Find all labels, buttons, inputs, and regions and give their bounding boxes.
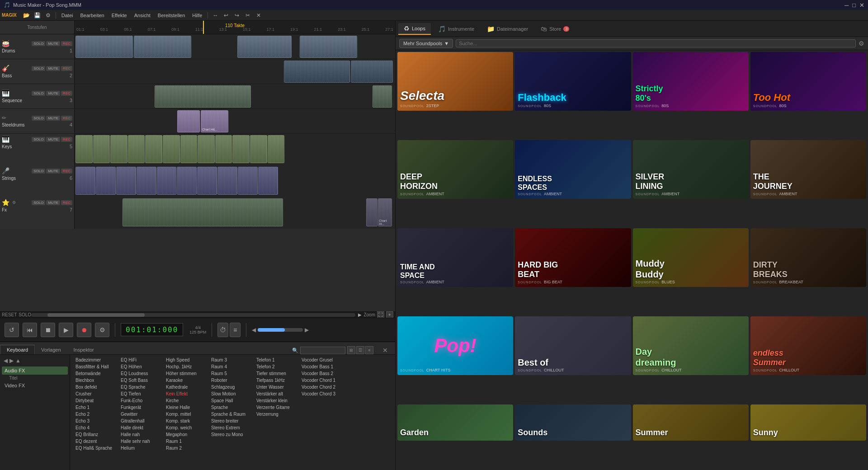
bottom-close-btn[interactable]: ✕ [379, 347, 392, 354]
clip-str-7[interactable] [197, 167, 217, 195]
track-content-fx[interactable]: Chart Hi... [75, 197, 395, 229]
nav-back-btn[interactable]: ◀ [4, 357, 8, 364]
fx-item[interactable]: Stereo Extrem [209, 424, 251, 431]
fx-rec-btn[interactable]: REC [61, 200, 72, 205]
steel-mute-btn[interactable]: MUTE [46, 116, 60, 121]
keys-rec-btn[interactable]: REC [61, 137, 72, 142]
volume-slider[interactable] [258, 328, 303, 332]
fx-item[interactable]: Badezimmer [74, 357, 115, 363]
clip-str-1[interactable] [75, 167, 95, 195]
card-endless[interactable]: ENDLESSSPACES SOUNDPOOL AMBIENT [515, 140, 631, 199]
tab-instrumente[interactable]: 🎵 Instrumente [433, 24, 480, 34]
fx-item[interactable]: Raum 1 [164, 438, 206, 445]
clip-keys-8[interactable] [198, 135, 215, 163]
card-selecta[interactable]: Selecta SOUNDPOOL 2STEP [397, 52, 513, 111]
fx-item[interactable]: Halle sehr nah [119, 438, 160, 445]
loop-btn[interactable]: ↺ [5, 323, 19, 337]
bass-solo-btn[interactable]: SOLO [32, 66, 45, 71]
fx-item[interactable]: Sprache [209, 404, 251, 411]
metronome-btn[interactable]: ⏱ [217, 323, 228, 337]
clip-bass-1[interactable] [284, 61, 350, 83]
card-daydream[interactable]: Daydreaming SOUNDPOOL CHILLOUT [633, 316, 749, 375]
clip-keys-12[interactable] [268, 135, 285, 163]
browser-search-input[interactable] [459, 41, 853, 46]
card-sunny[interactable]: Sunny [750, 404, 866, 441]
minimize-button[interactable]: ─ [844, 2, 849, 9]
fx-solo-btn[interactable]: SOLO [32, 200, 45, 205]
drums-mute-btn[interactable]: MUTE [46, 41, 60, 46]
menu-ansicht[interactable]: Ansicht [131, 12, 154, 19]
fx-item[interactable]: Verzerrte Gitarre [255, 404, 296, 411]
fx-item[interactable]: Raum 2 [164, 445, 206, 451]
menu-bereitstellen[interactable]: Bereitstellen [154, 12, 189, 19]
card-hardbig[interactable]: HARD BIGBEAT SOUNDPOOL BIG BEAT [515, 228, 631, 287]
clip-keys-1[interactable] [75, 135, 93, 163]
browser-settings-icon[interactable]: ⚙ [859, 40, 864, 47]
fx-item[interactable]: Komp. stark [164, 418, 206, 424]
maximize-button[interactable]: □ [852, 2, 856, 9]
fx-item[interactable]: Echo 2 [74, 411, 115, 418]
transport-settings-btn[interactable]: ⚙ [95, 323, 109, 337]
fx-item[interactable]: Stereo zu Mono [209, 431, 251, 438]
toolbar-icon-cut[interactable]: ✂ [243, 11, 252, 20]
nav-fwd-btn[interactable]: ▶ [9, 357, 14, 364]
fx-item[interactable]: Karaoke [164, 377, 206, 384]
list-view-btn[interactable]: ☰ [356, 346, 364, 354]
clip-bass-2[interactable] [351, 61, 393, 83]
fx-item[interactable]: Betonwände [74, 370, 115, 377]
track-content-bass[interactable] [75, 59, 395, 84]
fx-item[interactable]: Stereo breiter [209, 418, 251, 424]
clip-steel-2[interactable]: Chart Hit... [201, 110, 228, 132]
clip-fx-small-2[interactable]: Chart Hi... [378, 198, 392, 226]
fx-item[interactable]: Schlagzeug [209, 384, 251, 390]
bass-rec-btn[interactable]: REC [61, 66, 72, 71]
fx-item[interactable]: Unter Wasser [255, 384, 296, 390]
fx-item[interactable]: Echo 1 [74, 404, 115, 411]
fx-item[interactable]: Raum 5 [209, 370, 251, 377]
fx-item[interactable]: Kirche [164, 397, 206, 404]
detail-view-btn[interactable]: ≡ [365, 346, 373, 354]
fx-item[interactable]: Roboter [209, 377, 251, 384]
clip-fx-small-1[interactable] [366, 198, 377, 226]
nav-up-btn[interactable]: ▲ [15, 357, 21, 364]
tab-vorlagen[interactable]: Vorlagen [35, 345, 67, 354]
card-summer2[interactable]: Summer [633, 404, 749, 441]
track-content-strings[interactable] [75, 165, 395, 197]
toolbar-icon-settings[interactable]: ⚙ [44, 11, 53, 20]
card-strictly80s[interactable]: Strictly80's SOUNDPOOL 80s [633, 52, 749, 111]
fx-item[interactable]: Vocoder Chord 1 [300, 377, 341, 384]
mixer-btn[interactable]: ≡ [230, 323, 241, 337]
fx-item[interactable]: Space Hall [209, 397, 251, 404]
fx-tree-titel[interactable]: Titel [2, 375, 68, 381]
card-endlesssummer[interactable]: endlessSummer SOUNDPOOL CHILLOUT [750, 316, 866, 375]
seq-solo-btn[interactable]: SOLO [32, 91, 45, 96]
track-content-steel[interactable]: Chart Hit... [75, 109, 395, 133]
clip-keys-5[interactable] [145, 135, 162, 163]
fx-item[interactable]: Vocoder Bass 1 [300, 363, 341, 370]
keys-mute-btn[interactable]: MUTE [46, 137, 60, 142]
card-silver[interactable]: SILVERLINING SOUNDPOOL AMBIENT [633, 140, 749, 199]
keys-solo-btn[interactable]: SOLO [32, 137, 45, 142]
card-timeandspace[interactable]: TIME ANDSPACE SOUNDPOOL AMBIENT [397, 228, 513, 287]
clip-str-10[interactable] [258, 167, 278, 195]
fx-item[interactable]: Funkgerät [119, 404, 160, 411]
drums-solo-btn[interactable]: SOLO [32, 41, 45, 46]
fx-item[interactable]: Box defekt [74, 384, 115, 390]
clip-keys-2[interactable] [93, 135, 110, 163]
track-content-keys[interactable] [75, 134, 395, 165]
fx-item[interactable]: Blechbox [74, 377, 115, 384]
fx-item[interactable]: Echo 3 [74, 418, 115, 424]
clip-seq-1[interactable] [155, 85, 251, 108]
clip-steel-1[interactable] [177, 110, 200, 132]
card-garden[interactable]: Garden [397, 404, 513, 441]
strings-solo-btn[interactable]: SOLO [32, 169, 45, 174]
card-toohot[interactable]: Too Hot SOUNDPOOL 80s [750, 52, 866, 111]
fx-item[interactable]: Telefon 1 [255, 357, 296, 363]
tab-loops[interactable]: ♻ Loops [398, 23, 431, 35]
rewind-btn[interactable]: ⏮ [23, 323, 37, 337]
clip-keys-7[interactable] [180, 135, 198, 163]
clip-keys-6[interactable] [163, 135, 180, 163]
reset-btn[interactable]: RESET [2, 312, 17, 317]
clip-keys-9[interactable] [215, 135, 232, 163]
fx-item[interactable]: Vocoder Chord 2 [300, 384, 341, 390]
